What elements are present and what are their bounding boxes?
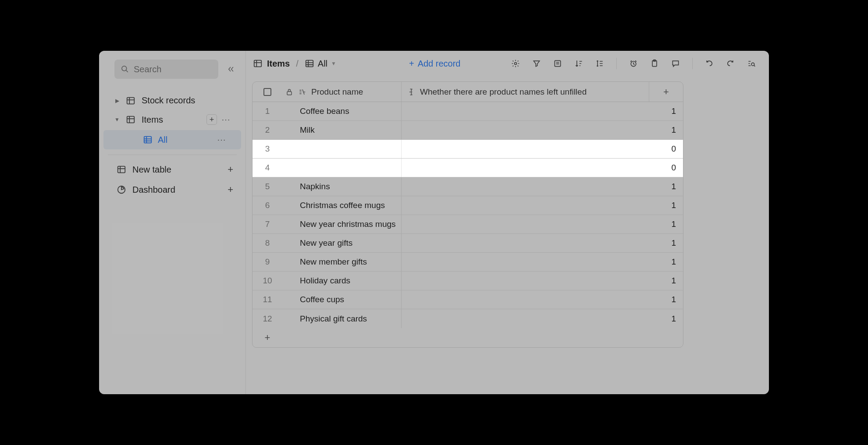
- row-number: 4: [253, 163, 282, 173]
- new-table-button[interactable]: New table +: [99, 159, 245, 180]
- table-row[interactable]: 9New member gifts1: [253, 253, 683, 272]
- cell-unfilled-value[interactable]: 0: [402, 144, 683, 154]
- column-label: Product name: [311, 87, 363, 97]
- select-all-checkbox[interactable]: [253, 88, 282, 96]
- list-button[interactable]: [553, 59, 562, 68]
- table-icon: [117, 165, 126, 174]
- redo-button[interactable]: [726, 59, 735, 68]
- table-row[interactable]: 5Napkins1: [253, 177, 683, 196]
- cell-unfilled-value[interactable]: 1: [402, 219, 683, 229]
- column-header-product-name[interactable]: Product name: [282, 82, 402, 102]
- table-icon: [126, 115, 135, 124]
- add-column-button[interactable]: +: [649, 82, 683, 102]
- add-record-button[interactable]: + Add record: [405, 59, 465, 69]
- add-view-button[interactable]: +: [206, 114, 217, 125]
- breadcrumb-view[interactable]: All ▼: [305, 59, 336, 69]
- svg-rect-16: [254, 60, 262, 67]
- sidebar-view-all[interactable]: All ⋯: [103, 130, 241, 149]
- add-row-button[interactable]: +: [253, 332, 282, 343]
- data-grid: Product name Whether there are product n…: [252, 81, 683, 348]
- table-row[interactable]: 1Coffee beans1: [253, 102, 683, 121]
- table-row[interactable]: 6Christmas coffee mugs1: [253, 196, 683, 215]
- sort-button[interactable]: [574, 59, 583, 68]
- sidebar-item-items[interactable]: ▼ Items + ⋯: [99, 110, 245, 129]
- cell-product-name[interactable]: Physical gift cards: [282, 309, 402, 328]
- search-input[interactable]: Search: [114, 60, 218, 79]
- toolbar: Items / All ▼ + Add record: [246, 51, 769, 76]
- more-icon[interactable]: ⋯: [221, 114, 230, 125]
- more-icon[interactable]: ⋯: [217, 134, 226, 145]
- cell-product-name[interactable]: [282, 159, 402, 177]
- breadcrumb-separator: /: [294, 59, 300, 69]
- table-row[interactable]: 2Milk1: [253, 121, 683, 140]
- cell-unfilled-value[interactable]: 1: [402, 201, 683, 210]
- caret-down-icon: ▼: [114, 117, 120, 123]
- cell-product-name[interactable]: Milk: [282, 121, 402, 139]
- table-row[interactable]: 7New year christmas mugs1: [253, 215, 683, 234]
- chevron-down-icon: ▼: [331, 60, 336, 67]
- settings-button[interactable]: [511, 59, 520, 68]
- cell-product-name[interactable]: Holiday cards: [282, 272, 402, 290]
- cell-unfilled-value[interactable]: 1: [402, 125, 683, 135]
- plus-icon: +: [228, 164, 233, 175]
- grid-view-icon: [305, 59, 314, 68]
- sidebar: Search ▶ Stock records ▼ Items + ⋯: [99, 51, 246, 394]
- table-row[interactable]: 10Holiday cards1: [253, 272, 683, 290]
- filter-button[interactable]: [532, 59, 541, 68]
- cell-unfilled-value[interactable]: 1: [402, 106, 683, 116]
- cell-product-name[interactable]: [282, 140, 402, 158]
- cell-unfilled-value[interactable]: 1: [402, 295, 683, 304]
- checkbox-icon: [263, 88, 271, 96]
- toolbar-divider: [692, 58, 693, 69]
- undo-button[interactable]: [705, 59, 714, 68]
- row-height-button[interactable]: [595, 59, 604, 68]
- plus-icon: +: [228, 184, 233, 195]
- cell-unfilled-value[interactable]: 1: [402, 257, 683, 267]
- table-row[interactable]: 40: [253, 159, 683, 177]
- cell-unfilled-value[interactable]: 0: [402, 163, 683, 173]
- cell-unfilled-value[interactable]: 1: [402, 314, 683, 324]
- sidebar-item-label: Stock records: [142, 95, 195, 106]
- row-number: 6: [253, 201, 282, 210]
- cell-product-name[interactable]: New member gifts: [282, 253, 402, 271]
- cell-product-name[interactable]: New year christmas mugs: [282, 215, 402, 233]
- reminder-button[interactable]: [629, 59, 638, 68]
- cell-unfilled-value[interactable]: 1: [402, 238, 683, 248]
- svg-rect-5: [127, 117, 135, 123]
- collapse-sidebar-button[interactable]: [224, 65, 238, 74]
- formula-icon: [407, 88, 416, 96]
- cell-product-name[interactable]: Christmas coffee mugs: [282, 196, 402, 215]
- grid-footer: +: [253, 328, 683, 347]
- column-label: Whether there are product names left unf…: [420, 87, 587, 97]
- row-number: 7: [253, 219, 282, 229]
- svg-line-31: [754, 65, 755, 67]
- cell-unfilled-value[interactable]: 1: [402, 182, 683, 191]
- cell-product-name[interactable]: Napkins: [282, 177, 402, 196]
- column-header-unfilled[interactable]: Whether there are product names left unf…: [402, 87, 649, 97]
- sidebar-item-stock-records[interactable]: ▶ Stock records: [99, 91, 245, 110]
- row-number: 1: [253, 106, 282, 116]
- dashboard-button[interactable]: Dashboard +: [99, 180, 245, 200]
- row-height-icon: [595, 59, 604, 68]
- svg-rect-19: [306, 60, 313, 67]
- clipboard-button[interactable]: [650, 59, 659, 68]
- comment-button[interactable]: [671, 59, 680, 68]
- table-row[interactable]: 11Coffee cups1: [253, 290, 683, 309]
- search-placeholder: Search: [134, 64, 161, 74]
- cell-product-name[interactable]: Coffee cups: [282, 290, 402, 309]
- cell-product-name[interactable]: Coffee beans: [282, 102, 402, 120]
- cell-product-name[interactable]: New year gifts: [282, 234, 402, 252]
- svg-rect-2: [127, 97, 135, 104]
- cell-unfilled-value[interactable]: 1: [402, 276, 683, 286]
- table-row[interactable]: 12Physical gift cards1: [253, 309, 683, 328]
- grid-view-icon: [143, 135, 153, 145]
- gear-icon: [511, 59, 520, 68]
- find-button[interactable]: [747, 59, 756, 68]
- row-number: 11: [253, 295, 282, 304]
- breadcrumb-view-label: All: [318, 59, 327, 69]
- table-row[interactable]: 8New year gifts1: [253, 234, 683, 253]
- text-field-icon: [298, 88, 307, 96]
- breadcrumb-table[interactable]: Items: [267, 59, 290, 69]
- table-row[interactable]: 30: [253, 140, 683, 159]
- new-table-label: New table: [132, 165, 171, 175]
